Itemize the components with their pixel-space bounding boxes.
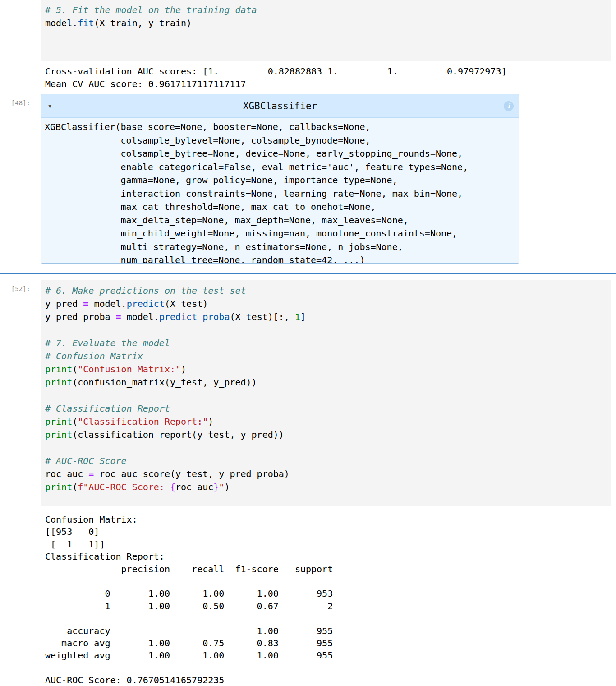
code-lines-fit: # 5. Fit the model on the training datam… [45,4,605,56]
code-lines-eval: # 6. Make predictions on the test sety_p… [45,284,605,494]
info-icon[interactable]: i [504,101,514,111]
estimator-body: XGBClassifier(base_score=None, booster=N… [41,118,519,263]
estimator-toggle-header[interactable]: ▼ XGBClassifier i [41,94,519,118]
cell-separator-line [0,273,616,274]
code-editor-eval[interactable]: # 6. Make predictions on the test sety_p… [41,280,611,506]
output-text-eval: Confusion Matrix: [[953 0] [ 1 1]] Class… [41,506,333,686]
estimator-title: XGBClassifier [243,101,317,111]
code-cell-eval: [52]: # 6. Make predictions on the test … [0,280,616,506]
estimator-repr: XGBClassifier(base_score=None, booster=N… [41,118,519,263]
code-editor-fit[interactable]: # 5. Fit the model on the training datam… [41,0,611,61]
output-estimator: [48]: ▼ XGBClassifier i XGBClassifier(ba… [0,94,616,264]
caret-down-icon: ▼ [48,103,51,109]
notebook: # 5. Fit the model on the training datam… [0,0,616,686]
output-cv-scores: Cross-validation AUC scores: [1. 0.82882… [0,64,616,90]
code-cell-fit: # 5. Fit the model on the training datam… [0,0,616,61]
estimator-widget: ▼ XGBClassifier i XGBClassifier(base_sco… [41,94,519,264]
output-text-cv: Cross-validation AUC scores: [1. 0.82882… [41,64,507,90]
output-evaluation: Confusion Matrix: [[953 0] [ 1 1]] Class… [0,506,616,686]
input-prompt-52: [52]: [0,280,41,292]
output-prompt-48: [48]: [0,94,41,107]
